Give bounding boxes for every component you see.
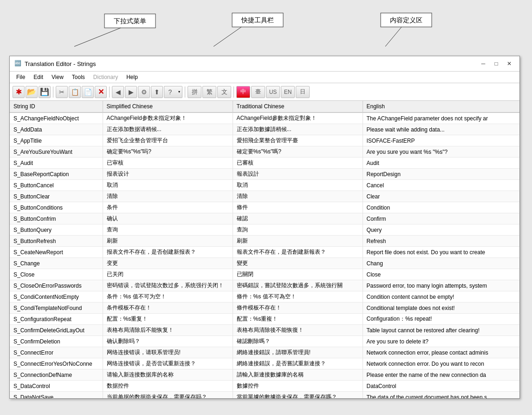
build-button[interactable]: ⚙ bbox=[138, 86, 150, 98]
help-dropdown-arrow[interactable]: ▾ bbox=[176, 86, 182, 98]
annotations-area: 下拉式菜单 快捷工具栏 内容定义区 bbox=[9, 9, 523, 56]
menu-dictionary[interactable]: Dictionary bbox=[90, 72, 122, 82]
table-cell-simplified_chinese: 密码错误，尝试登陆次数过多，系统强行关闭！ bbox=[103, 280, 233, 291]
toolbar-separator-3 bbox=[185, 86, 185, 98]
annotation-svg: 下拉式菜单 快捷工具栏 内容定义区 bbox=[14, 9, 525, 56]
table-cell-english: Network connection error, please contact… bbox=[363, 347, 519, 358]
table-cell-english: Cancel bbox=[363, 180, 519, 191]
table-row[interactable]: S_AppTitlie爱招飞企业整合管理平台愛招飛企業整合管理平臺ISOFACE… bbox=[10, 135, 519, 146]
table-row[interactable]: S_ButtonQuery查询查詢Query bbox=[10, 224, 519, 236]
table-row[interactable]: S_ConnectionDefName请输入新连接数据库的名称請輸入新連接數據庫… bbox=[10, 369, 519, 381]
table-row[interactable]: S_Close已关闭已關閉Close bbox=[10, 269, 519, 280]
menu-help[interactable]: Help bbox=[123, 72, 142, 82]
toolbar-separator-1 bbox=[53, 86, 53, 98]
table-container[interactable]: String ID Simplified Chinese Traditional… bbox=[10, 101, 519, 398]
close-button[interactable]: ✕ bbox=[504, 59, 515, 68]
minimize-button[interactable]: ─ bbox=[478, 59, 489, 68]
table-cell-string_id: S_DataNotSave bbox=[10, 392, 103, 399]
table-cell-simplified_chinese: 当前单据的数据尚未保存，需要保存吗？ bbox=[103, 392, 233, 399]
table-row[interactable]: S_ButtonConditions条件條件Condition bbox=[10, 202, 519, 213]
table-row[interactable]: S_ConnectErrorYesOrNoConne网络连接错误，是否尝试重新连… bbox=[10, 358, 519, 369]
menu-file[interactable]: File bbox=[13, 72, 29, 82]
lang-cn1-button[interactable]: 拼 bbox=[188, 86, 201, 98]
new-button[interactable]: ✱ bbox=[13, 86, 25, 98]
menu-bar: File Edit View Tools Dictionary Help bbox=[10, 72, 519, 83]
flag-tw-button[interactable]: 臺 bbox=[251, 86, 265, 98]
flag-extra2-button[interactable]: 日 bbox=[296, 86, 310, 98]
table-cell-traditional_chinese: 確認 bbox=[233, 213, 363, 224]
delete-button[interactable]: ✕ bbox=[95, 86, 107, 98]
table-row[interactable]: S_ButtonConfrim确认確認Confirm bbox=[10, 213, 519, 224]
copy-button[interactable]: 📋 bbox=[69, 86, 81, 98]
table-cell-string_id: S_Close bbox=[10, 269, 103, 280]
table-row[interactable]: S_ButtonCancel取消取消Cancel bbox=[10, 180, 519, 191]
table-cell-traditional_chinese: 愛招飛企業整合管理平臺 bbox=[233, 135, 363, 146]
table-cell-string_id: S_ConnectErrorYesOrNoConne bbox=[10, 358, 103, 369]
table-row[interactable]: S_ButtonRefresh刷新刷新Refresh bbox=[10, 236, 519, 247]
table-cell-simplified_chinese: 报表文件不存在，是否创建新报表？ bbox=[103, 247, 233, 258]
export-button[interactable]: ⬆ bbox=[151, 86, 163, 98]
table-row[interactable]: S_BaseReportCaption报表设计報表設計ReportDesign bbox=[10, 169, 519, 180]
table-cell-string_id: S_AddData bbox=[10, 124, 103, 135]
menu-view[interactable]: View bbox=[48, 72, 67, 82]
table-row[interactable]: S_DataNotSave当前单据的数据尚未保存，需要保存吗？當前單據的數據尚未… bbox=[10, 392, 519, 399]
table-cell-traditional_chinese: 刷新 bbox=[233, 236, 363, 247]
help-button[interactable]: ? bbox=[164, 86, 176, 98]
table-cell-traditional_chinese: 請輸入新連接數據庫的名稱 bbox=[233, 369, 363, 381]
table-row[interactable]: S_Change变更變更Chang bbox=[10, 258, 519, 269]
indent-left-button[interactable]: ◀ bbox=[112, 86, 124, 98]
table-cell-string_id: S_AppTitlie bbox=[10, 135, 103, 146]
menu-edit[interactable]: Edit bbox=[30, 72, 47, 82]
paste-button[interactable]: 📄 bbox=[82, 86, 94, 98]
restore-button[interactable]: □ bbox=[491, 59, 502, 68]
table-row[interactable]: S_ConfigurationRepeat配置：%s重复！配置：%s重複！Con… bbox=[10, 314, 519, 325]
svg-text:内容定义区: 内容定义区 bbox=[390, 16, 422, 24]
table-row[interactable]: S_AreYouSureYouWant确定要%s"%s"吗?確定要%s"%s"嗎… bbox=[10, 146, 519, 158]
table-row[interactable]: S_AddData正在添加数据请稍候...正在添加數據請稍候...Please … bbox=[10, 124, 519, 135]
table-cell-traditional_chinese: 配置：%s重複！ bbox=[233, 314, 363, 325]
window-title: Translation Editor - Strings bbox=[25, 60, 96, 67]
table-row[interactable]: S_DataControl数据控件數據控件DataControl bbox=[10, 381, 519, 392]
table-cell-traditional_chinese: 查詢 bbox=[233, 224, 363, 236]
save-button[interactable]: 💾 bbox=[39, 86, 51, 98]
table-cell-english: Password error, too many login attempts,… bbox=[363, 280, 519, 291]
table-cell-english: Are you sure to delete it? bbox=[363, 336, 519, 347]
lang-cn3-button[interactable]: 文 bbox=[217, 86, 231, 98]
open-button[interactable]: 📂 bbox=[26, 86, 38, 98]
indent-right-button[interactable]: ▶ bbox=[125, 86, 137, 98]
svg-text:快捷工具栏: 快捷工具栏 bbox=[241, 16, 274, 24]
table-row[interactable]: S_CloseOnErrorPasswords密码错误，尝试登陆次数过多，系统强… bbox=[10, 280, 519, 291]
table-cell-simplified_chinese: 取消 bbox=[103, 180, 233, 191]
menu-tools[interactable]: Tools bbox=[68, 72, 89, 82]
table-row[interactable]: S_Audit已审核已審核Audit bbox=[10, 158, 519, 169]
table-cell-string_id: S_Change bbox=[10, 258, 103, 269]
col-header-english: English bbox=[363, 101, 519, 112]
table-cell-traditional_chinese: 密碼錯誤，嘗試登陸次數過多，系統強行關 bbox=[233, 280, 363, 291]
table-cell-simplified_chinese: 清除 bbox=[103, 191, 233, 202]
main-table: String ID Simplified Chinese Traditional… bbox=[10, 101, 519, 398]
table-cell-string_id: S_ButtonRefresh bbox=[10, 236, 103, 247]
table-row[interactable]: S_ConfirmDeleteGridLayOut表格布局清除后不能恢复！表格布… bbox=[10, 325, 519, 336]
table-row[interactable]: S_CondiTemplateNotFound条件模板不存在！條件模板不存在！C… bbox=[10, 303, 519, 314]
flag-en-button[interactable]: US bbox=[266, 86, 280, 98]
table-row[interactable]: S_ConfirmDeletion确认删除吗？確認刪除嗎？Are you sur… bbox=[10, 336, 519, 347]
table-row[interactable]: S_ConnectError网络连接错误，请联系管理员!網絡連接錯誤，請聯系管理… bbox=[10, 347, 519, 358]
table-cell-simplified_chinese: 报表设计 bbox=[103, 169, 233, 180]
table-cell-english: Network connection error. Do you want to… bbox=[363, 358, 519, 369]
table-cell-string_id: S_ConfirmDeletion bbox=[10, 336, 103, 347]
flag-cn-button[interactable]: 中 bbox=[236, 86, 250, 98]
table-row[interactable]: S_AChangeFieldNoObjectAChangeField参数未指定对… bbox=[10, 112, 519, 124]
lang-cn2-button[interactable]: 繁 bbox=[202, 86, 216, 98]
table-row[interactable]: S_CeateNewReport报表文件不存在，是否创建新报表？報表文件不存在，… bbox=[10, 247, 519, 258]
table-cell-simplified_chinese: 条件模板不存在！ bbox=[103, 303, 233, 314]
table-body: S_AChangeFieldNoObjectAChangeField参数未指定对… bbox=[10, 112, 519, 398]
flag-extra1-button[interactable]: EN bbox=[281, 86, 295, 98]
table-row[interactable]: S_CondiContentNotEmpty条件：%s 值不可为空！條件：%s … bbox=[10, 291, 519, 303]
table-cell-simplified_chinese: 网络连接错误，请联系管理员! bbox=[103, 347, 233, 358]
svg-line-8 bbox=[385, 27, 402, 46]
table-row[interactable]: S_ButtonClear清除清除Clear bbox=[10, 191, 519, 202]
cut-button[interactable]: ✂ bbox=[56, 86, 68, 98]
table-cell-traditional_chinese: 變更 bbox=[233, 258, 363, 269]
table-cell-simplified_chinese: 条件：%s 值不可为空！ bbox=[103, 291, 233, 303]
app-icon: 🔤 bbox=[14, 60, 22, 67]
